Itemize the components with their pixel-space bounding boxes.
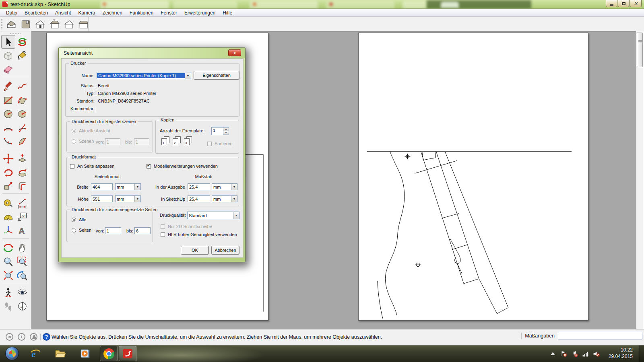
rotated-rectangle-tool-button[interactable] [15,93,29,107]
text-tool-button[interactable]: A1 [15,210,29,224]
current-view-radio[interactable] [72,129,76,133]
range-from-input[interactable] [105,227,121,234]
three-point-arc-tool-button[interactable] [1,134,15,148]
minimize-button[interactable] [606,0,617,7]
menu-erweiterungen[interactable]: Erweiterungen [181,10,219,16]
tray-show-hidden-icon[interactable] [549,350,556,357]
tray-action-center-icon[interactable] [560,350,567,357]
credits-icon[interactable]: i [18,333,25,341]
print-quality-combobox[interactable]: Standard ▼ [187,212,239,219]
line-tool-button[interactable] [1,80,15,93]
menu-funktionen[interactable]: Funktionen [126,10,157,16]
circle-tool-button[interactable] [1,107,15,121]
freehand-tool-button[interactable] [15,80,29,93]
pie-tool-button[interactable] [15,134,29,148]
menu-fenster[interactable]: Fenster [157,10,181,16]
menu-datei[interactable]: Datei [2,10,21,16]
start-button[interactable] [3,346,21,361]
range-to-input[interactable] [134,227,151,234]
scrollbar-thumb[interactable] [637,33,643,67]
select-tool-button[interactable] [1,35,15,49]
dialog-titlebar[interactable]: Seitenansicht [59,48,245,58]
geolocation-icon[interactable] [6,333,13,341]
output-scale-input[interactable] [188,183,210,190]
walk-tool-button[interactable] [1,299,15,313]
scale-tool-button[interactable] [1,179,15,193]
chevron-down-icon[interactable]: ▼ [233,212,239,219]
height-unit-combobox[interactable]: mm ▼ [115,195,141,202]
taskbar-windows-explorer-button[interactable] [52,346,69,361]
rectangle-tool-button[interactable] [1,93,15,107]
output-unit-combobox[interactable]: mm ▼ [212,183,237,190]
menu-ansicht[interactable]: Ansicht [52,10,74,16]
chevron-down-icon[interactable]: ▼ [231,196,237,202]
model-extensions-checkbox[interactable] [147,164,151,169]
measurements-input[interactable] [558,332,642,339]
component-tool-button[interactable] [1,49,15,62]
taskbar-media-player-button[interactable] [76,346,94,361]
close-button[interactable]: ✕ [630,0,642,7]
page-range-radio[interactable] [72,228,76,232]
toolbar-grip[interactable] [1,19,2,29]
cancel-button[interactable]: Abbrechen [211,246,239,255]
show-desktop-button[interactable] [639,345,644,362]
menu-hilfe[interactable]: Hilfe [219,10,236,16]
look-around-tool-button[interactable] [15,286,29,299]
properties-button[interactable]: Eigenschaften [194,71,239,80]
move-tool-button[interactable] [1,152,15,165]
top-view-button[interactable] [19,18,31,30]
help-icon[interactable]: ? [43,333,50,341]
collate-checkbox[interactable] [207,142,212,146]
scenes-radio[interactable] [72,139,76,144]
section-slice-checkbox[interactable] [161,224,165,229]
dialog-close-button[interactable]: x [228,49,241,56]
zoom-tool-button[interactable] [1,255,15,268]
menu-zeichnen[interactable]: Zeichnen [99,10,126,16]
printer-name-combobox[interactable]: Canon MG2900 series Printer (Kopie 1) ▼ [97,72,191,79]
chevron-down-icon[interactable]: ▼ [231,184,237,190]
offset-tool-button[interactable] [15,179,29,193]
taskbar-chrome-button[interactable] [100,346,118,361]
palette-grip[interactable] [10,33,21,34]
eraser-tool-button[interactable] [1,62,15,76]
position-camera-tool-button[interactable] [1,286,15,299]
fit-page-checkbox[interactable] [70,164,74,169]
front-view-button[interactable] [34,18,46,30]
height-input[interactable] [91,195,113,202]
taskbar-internet-explorer-button[interactable]: e [27,346,44,361]
scenes-from-input[interactable] [105,138,120,145]
all-pages-radio[interactable] [72,218,76,222]
chevron-down-icon[interactable]: ▼ [185,72,191,79]
zoom-window-tool-button[interactable] [15,255,29,268]
section-plane-tool-button[interactable]: AB [15,299,29,313]
ok-button[interactable]: OK [181,246,209,255]
two-point-arc-tool-button[interactable] [15,121,29,134]
width-unit-combobox[interactable]: mm ▼ [115,183,141,190]
taskbar-sketchup-button[interactable] [119,346,136,361]
polygon-tool-button[interactable] [15,107,29,121]
right-view-button[interactable] [77,18,89,30]
make-component-tool-button[interactable] [15,35,29,49]
tray-network-icon[interactable] [582,350,589,357]
scenes-to-input[interactable] [134,138,149,145]
rotate-tool-button[interactable] [1,165,15,179]
copies-spinner[interactable]: 1 ▲▼ [211,127,229,135]
sketchup-unit-combobox[interactable]: mm ▼ [212,195,237,202]
taskbar-clock[interactable]: 10:22 29.04.2015 [609,347,633,360]
menu-bearbeiten[interactable]: Bearbeiten [21,10,52,16]
axes-tool-button[interactable] [1,224,15,237]
dimension-tool-button[interactable] [15,196,29,210]
maximize-restore-button[interactable] [618,0,630,7]
tape-measure-tool-button[interactable] [1,196,15,210]
left-view-button[interactable] [63,18,75,30]
spinner-up-icon[interactable]: ▲ [223,128,229,131]
paint-bucket-tool-button[interactable] [15,49,29,62]
tray-power-icon[interactable] [571,350,578,357]
hlr-checkbox[interactable] [161,232,165,237]
zoom-previous-tool-button[interactable] [15,268,29,282]
menu-kamera[interactable]: Kamera [74,10,99,16]
spinner-down-icon[interactable]: ▼ [223,131,229,135]
protractor-tool-button[interactable] [1,210,15,224]
vertical-scrollbar[interactable] [636,32,643,329]
zoom-extents-tool-button[interactable] [1,268,15,282]
